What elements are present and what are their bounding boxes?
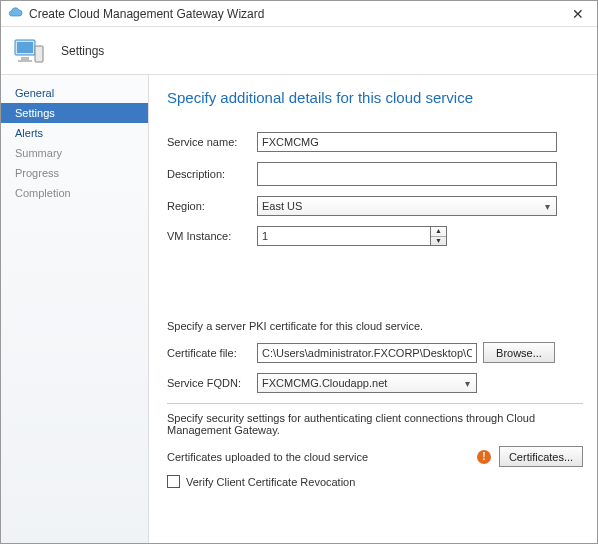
certificate-file-input[interactable]	[257, 343, 477, 363]
vm-instance-input[interactable]	[257, 226, 431, 246]
service-fqdn-value: FXCMCMG.Cloudapp.net	[262, 377, 387, 389]
service-name-label: Service name:	[167, 136, 257, 148]
sidebar-item-progress[interactable]: Progress	[1, 163, 148, 183]
warning-icon: !	[477, 450, 491, 464]
verify-revocation-checkbox[interactable]	[167, 475, 180, 488]
svg-rect-1	[17, 42, 33, 53]
browse-button[interactable]: Browse...	[483, 342, 555, 363]
sidebar-item-completion[interactable]: Completion	[1, 183, 148, 203]
certificates-uploaded-label: Certificates uploaded to the cloud servi…	[167, 451, 469, 463]
svg-rect-4	[18, 60, 32, 62]
chevron-down-icon: ▾	[461, 378, 474, 389]
spinner-up-icon[interactable]: ▲	[431, 227, 446, 237]
svg-rect-2	[35, 46, 43, 62]
certificates-button[interactable]: Certificates...	[499, 446, 583, 467]
sidebar-item-settings[interactable]: Settings	[1, 103, 148, 123]
wizard-sidebar: General Settings Alerts Summary Progress…	[1, 75, 149, 543]
chevron-down-icon: ▾	[541, 201, 554, 212]
region-label: Region:	[167, 200, 257, 212]
sidebar-item-alerts[interactable]: Alerts	[1, 123, 148, 143]
window-title: Create Cloud Management Gateway Wizard	[29, 7, 563, 21]
vm-instance-stepper[interactable]: ▲ ▼	[257, 226, 447, 246]
sidebar-item-summary[interactable]: Summary	[1, 143, 148, 163]
description-label: Description:	[167, 168, 257, 180]
certificate-file-label: Certificate file:	[167, 347, 257, 359]
page-title: Specify additional details for this clou…	[167, 89, 583, 106]
verify-revocation-row[interactable]: Verify Client Certificate Revocation	[167, 475, 583, 488]
description-input[interactable]	[257, 162, 557, 186]
cloud-icon	[7, 6, 23, 22]
wizard-main: Specify additional details for this clou…	[149, 75, 597, 543]
close-button[interactable]: ✕	[563, 6, 593, 22]
region-value: East US	[262, 200, 302, 212]
service-name-input[interactable]	[257, 132, 557, 152]
wizard-step-title: Settings	[61, 44, 104, 58]
vm-instance-label: VM Instance:	[167, 230, 257, 242]
titlebar: Create Cloud Management Gateway Wizard ✕	[1, 1, 597, 27]
verify-revocation-label: Verify Client Certificate Revocation	[186, 476, 355, 488]
spinner-down-icon[interactable]: ▼	[431, 237, 446, 246]
security-text: Specify security settings for authentica…	[167, 412, 583, 436]
divider	[167, 403, 583, 404]
region-select[interactable]: East US ▾	[257, 196, 557, 216]
service-fqdn-label: Service FQDN:	[167, 377, 257, 389]
computer-icon	[13, 34, 47, 68]
wizard-header: Settings	[1, 27, 597, 75]
pki-text: Specify a server PKI certificate for thi…	[167, 320, 583, 332]
service-fqdn-select[interactable]: FXCMCMG.Cloudapp.net ▾	[257, 373, 477, 393]
svg-rect-3	[21, 57, 29, 60]
sidebar-item-general[interactable]: General	[1, 83, 148, 103]
